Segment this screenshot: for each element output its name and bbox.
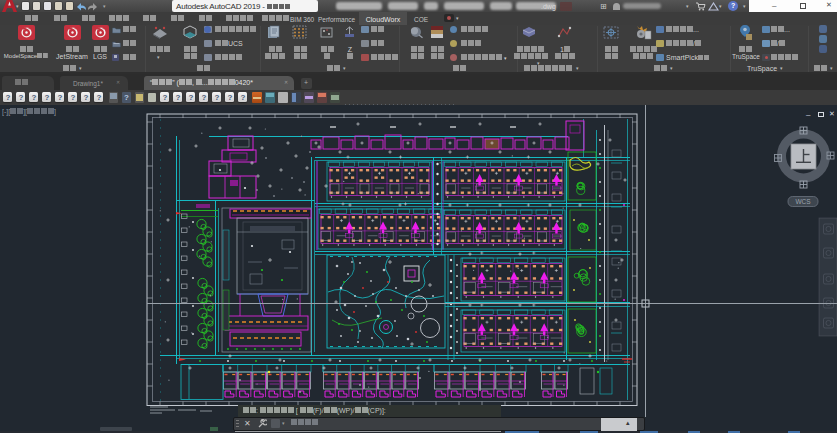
svg-text:WCS: WCS [795, 198, 811, 205]
